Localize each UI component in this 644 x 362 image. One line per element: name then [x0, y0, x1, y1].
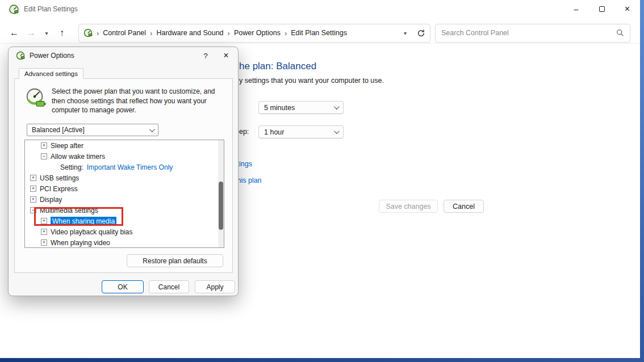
forward-button[interactable]: → — [23, 28, 40, 38]
delete-plan-link[interactable]: this plan — [235, 176, 262, 184]
sleep-timeout-value: 1 hour — [264, 128, 284, 136]
scrollbar-thumb[interactable] — [219, 182, 223, 230]
tree-scrollbar[interactable] — [218, 140, 224, 247]
tree-item-label[interactable]: When playing video — [51, 239, 110, 247]
dialog-cancel-button[interactable]: Cancel — [149, 280, 189, 293]
search-input[interactable] — [441, 29, 616, 37]
minimize-icon: – — [574, 5, 579, 14]
dialog-title: Power Options — [30, 52, 74, 60]
breadcrumb-separator: › — [228, 29, 230, 37]
chevron-down-icon — [149, 127, 155, 132]
page-subtitle: y settings that you want your computer t… — [239, 77, 384, 85]
refresh-icon[interactable] — [417, 29, 425, 37]
power-options-dialog: Power Options ? × Advanced settings Sele… — [8, 47, 239, 296]
breadcrumb-item-edit-plan-settings[interactable]: Edit Plan Settings — [291, 29, 347, 37]
window-controls: – × — [563, 0, 640, 18]
power-plan-gauge-icon — [24, 87, 46, 108]
search-box[interactable] — [435, 24, 630, 43]
breadcrumb-item-power-options[interactable]: Power Options — [234, 29, 281, 37]
breadcrumb-item-hardware-and-sound[interactable]: Hardware and Sound — [156, 29, 223, 37]
breadcrumb[interactable]: › Control Panel › Hardware and Sound › P… — [78, 24, 430, 43]
chevron-down-icon — [334, 104, 340, 110]
settings-tree: + Sleep after − Allow wake timers Settin… — [24, 140, 224, 248]
tree-item-label[interactable]: Video playback quality bias — [51, 228, 133, 236]
expand-icon[interactable]: + — [41, 229, 47, 235]
restore-plan-defaults-button[interactable]: Restore plan defaults — [127, 254, 223, 267]
maximize-icon — [599, 6, 605, 12]
close-button[interactable]: × — [614, 0, 640, 18]
sleep-timeout-select[interactable]: 1 hour — [258, 125, 344, 138]
setting-value-link[interactable]: Important Wake Timers Only — [87, 163, 173, 171]
display-timeout-value: 5 minutes — [264, 104, 295, 112]
tree-item-label[interactable]: USB settings — [40, 174, 79, 182]
tree-item-video-playback-quality-bias[interactable]: + Video playback quality bias — [25, 226, 224, 237]
breadcrumb-separator: › — [150, 29, 152, 37]
tree-item-label[interactable]: Display — [40, 196, 62, 204]
window-titlebar: Edit Plan Settings – × — [0, 0, 640, 18]
recent-pages-dropdown[interactable]: ▾ — [40, 30, 53, 36]
breadcrumb-separator: › — [97, 29, 99, 37]
tree-item-sleep-after[interactable]: + Sleep after — [25, 140, 224, 151]
power-plan-app-icon — [9, 5, 19, 14]
page-title: he plan: Balanced — [239, 61, 316, 72]
breadcrumb-separator: › — [285, 29, 287, 37]
tree-item-pci-express[interactable]: + PCI Express — [25, 183, 224, 194]
tab-advanced-settings[interactable]: Advanced settings — [19, 68, 83, 79]
maximize-button[interactable] — [589, 0, 614, 18]
navigation-bar: ← → ▾ ↑ › Control Panel › Hardware and S… — [0, 23, 640, 44]
expand-icon[interactable]: + — [30, 196, 36, 203]
expand-icon[interactable]: + — [30, 186, 36, 192]
ok-button[interactable]: OK — [102, 280, 144, 293]
tree-item-allow-wake-timers[interactable]: − Allow wake timers — [25, 151, 224, 162]
search-icon[interactable] — [616, 29, 624, 37]
power-plan-value: Balanced [Active] — [32, 126, 85, 134]
collapse-icon[interactable]: − — [41, 153, 47, 159]
tree-item-label[interactable]: Sleep after — [51, 142, 83, 150]
address-dropdown-icon[interactable]: ▾ — [404, 30, 407, 36]
window-title: Edit Plan Settings — [24, 5, 78, 13]
setting-prefix: Setting: — [60, 163, 83, 171]
tree-item-display[interactable]: + Display — [25, 194, 224, 205]
dialog-help-button[interactable]: ? — [197, 47, 214, 64]
minimize-button[interactable]: – — [563, 0, 589, 18]
display-timeout-select[interactable]: 5 minutes — [258, 101, 344, 114]
expand-icon[interactable]: + — [41, 142, 47, 149]
chevron-down-icon — [334, 128, 340, 134]
power-plan-select[interactable]: Balanced [Active] — [27, 124, 158, 136]
apply-button[interactable]: Apply — [195, 280, 235, 293]
power-options-icon — [16, 51, 25, 60]
dialog-close-button[interactable]: × — [218, 47, 235, 64]
up-button[interactable]: ↑ — [53, 28, 70, 38]
close-icon: × — [625, 4, 630, 14]
tree-item-label[interactable]: PCI Express — [40, 185, 78, 193]
dialog-description: Select the power plan that you want to c… — [52, 87, 223, 115]
tree-item-usb-settings[interactable]: + USB settings — [25, 172, 224, 183]
save-changes-button[interactable]: Save changes — [379, 200, 438, 213]
expand-icon[interactable]: + — [30, 175, 36, 181]
desktop: Edit Plan Settings – × ← → ▾ ↑ › Control… — [0, 0, 644, 362]
expand-icon[interactable]: + — [41, 239, 47, 246]
location-icon — [83, 28, 93, 37]
tree-item-label[interactable]: Allow wake timers — [51, 153, 105, 161]
tree-item-wake-timers-setting[interactable]: Setting: Important Wake Timers Only — [25, 162, 224, 172]
breadcrumb-item-control-panel[interactable]: Control Panel — [103, 29, 146, 37]
cancel-button[interactable]: Cancel — [444, 200, 484, 213]
tree-item-when-playing-video[interactable]: + When playing video — [25, 237, 224, 248]
back-button[interactable]: ← — [6, 28, 23, 38]
annotation-highlight-rectangle — [34, 207, 123, 226]
